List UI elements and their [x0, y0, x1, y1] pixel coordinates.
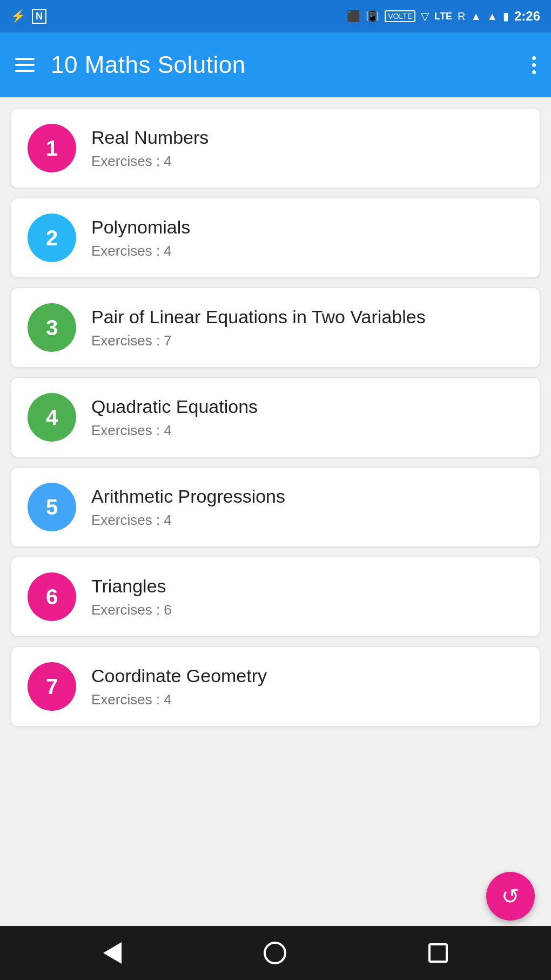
- chapter-name-1: Real Numbers: [91, 126, 209, 149]
- menu-line-1: [15, 58, 35, 60]
- chapter-exercises-5: Exercises : 4: [91, 512, 285, 529]
- chapter-name-3: Pair of Linear Equations in Two Variable…: [91, 306, 426, 328]
- chapter-exercises-2: Exercises : 4: [91, 243, 190, 259]
- chapter-badge-2: 2: [28, 214, 76, 262]
- status-bar-left: ⚡ N: [11, 9, 46, 24]
- wifi-icon: ▽: [421, 10, 429, 23]
- back-button[interactable]: [103, 942, 122, 964]
- chapter-card-2[interactable]: 2 Polynomials Exercises : 4: [11, 198, 540, 278]
- recent-icon: [428, 943, 448, 963]
- chapter-badge-1: 1: [28, 124, 76, 172]
- chapter-info-5: Arithmetic Progressions Exercises : 4: [91, 485, 285, 529]
- chapter-badge-3: 3: [28, 303, 76, 352]
- chapter-info-4: Quadratic Equations Exercises : 4: [91, 396, 258, 439]
- status-bar-right: ⬛ 📳 VOLTE ▽ LTE R ▲ ▲ ▮ 2:26: [347, 9, 540, 24]
- chapter-number-2: 2: [46, 226, 58, 250]
- chapter-name-5: Arithmetic Progressions: [91, 485, 285, 508]
- chapter-name-6: Triangles: [91, 575, 172, 597]
- cast-icon: ⬛: [347, 10, 360, 23]
- chapter-number-6: 6: [46, 585, 58, 609]
- signal-bar-icon: ▲: [487, 10, 498, 23]
- dot-3: [532, 70, 536, 74]
- signal-icon: R: [458, 10, 465, 23]
- dot-1: [532, 56, 536, 60]
- recent-button[interactable]: [428, 943, 448, 963]
- chapter-name-2: Polynomials: [91, 216, 190, 238]
- chapter-card-7[interactable]: 7 Coordinate Geometry Exercises : 4: [11, 646, 540, 726]
- status-time: 2:26: [514, 9, 540, 24]
- menu-line-3: [15, 70, 35, 72]
- chapter-card-5[interactable]: 5 Arithmetic Progressions Exercises : 4: [11, 467, 540, 547]
- battery-icon: ▮: [503, 10, 509, 23]
- chapter-number-1: 1: [46, 136, 58, 161]
- chapter-badge-6: 6: [28, 572, 76, 621]
- vibrate-icon: 📳: [366, 10, 379, 23]
- bottom-navigation: [0, 926, 551, 980]
- chapter-card-3[interactable]: 3 Pair of Linear Equations in Two Variab…: [11, 288, 540, 368]
- chapter-card-1[interactable]: 1 Real Numbers Exercises : 4: [11, 108, 540, 188]
- app-bar: 10 Maths Solution: [0, 32, 551, 97]
- home-button[interactable]: [264, 942, 286, 964]
- chapter-info-7: Coordinate Geometry Exercises : 4: [91, 665, 267, 708]
- chapter-name-4: Quadratic Equations: [91, 396, 258, 418]
- chapter-list: 1 Real Numbers Exercises : 4 2 Polynomia…: [0, 97, 551, 926]
- lte-label: LTE: [434, 11, 452, 22]
- notification-icon: N: [32, 9, 46, 24]
- chapter-info-6: Triangles Exercises : 6: [91, 575, 172, 618]
- more-options-button[interactable]: [532, 56, 536, 74]
- volte-badge: VOLTE: [385, 10, 415, 22]
- chapter-card-6[interactable]: 6 Triangles Exercises : 6: [11, 557, 540, 637]
- chapter-name-7: Coordinate Geometry: [91, 665, 267, 687]
- chapter-exercises-7: Exercises : 4: [91, 691, 267, 708]
- chapter-exercises-4: Exercises : 4: [91, 422, 258, 439]
- history-fab[interactable]: ↺: [486, 872, 535, 921]
- menu-button[interactable]: [15, 58, 35, 72]
- chapter-exercises-1: Exercises : 4: [91, 153, 209, 170]
- chapter-exercises-3: Exercises : 7: [91, 332, 426, 349]
- dot-2: [532, 63, 536, 67]
- chapter-info-1: Real Numbers Exercises : 4: [91, 126, 209, 170]
- menu-line-2: [15, 64, 35, 66]
- app-title: 10 Maths Solution: [51, 51, 532, 78]
- chapter-number-7: 7: [46, 675, 58, 699]
- back-icon: [103, 942, 122, 964]
- chapter-badge-7: 7: [28, 662, 76, 711]
- chapter-card-4[interactable]: 4 Quadratic Equations Exercises : 4: [11, 377, 540, 457]
- usb-icon: ⚡: [11, 9, 25, 23]
- chapter-info-3: Pair of Linear Equations in Two Variable…: [91, 306, 426, 349]
- history-icon: ↺: [501, 884, 520, 909]
- home-icon: [264, 942, 286, 964]
- chapter-badge-5: 5: [28, 483, 76, 531]
- chapter-number-5: 5: [46, 495, 58, 519]
- chapter-badge-4: 4: [28, 393, 76, 442]
- signal-strength-icon: ▲: [471, 10, 481, 23]
- chapter-info-2: Polynomials Exercises : 4: [91, 216, 190, 259]
- chapter-number-4: 4: [46, 405, 58, 430]
- status-bar: ⚡ N ⬛ 📳 VOLTE ▽ LTE R ▲ ▲ ▮ 2:26: [0, 0, 551, 32]
- chapter-number-3: 3: [46, 316, 58, 340]
- chapter-exercises-6: Exercises : 6: [91, 602, 172, 618]
